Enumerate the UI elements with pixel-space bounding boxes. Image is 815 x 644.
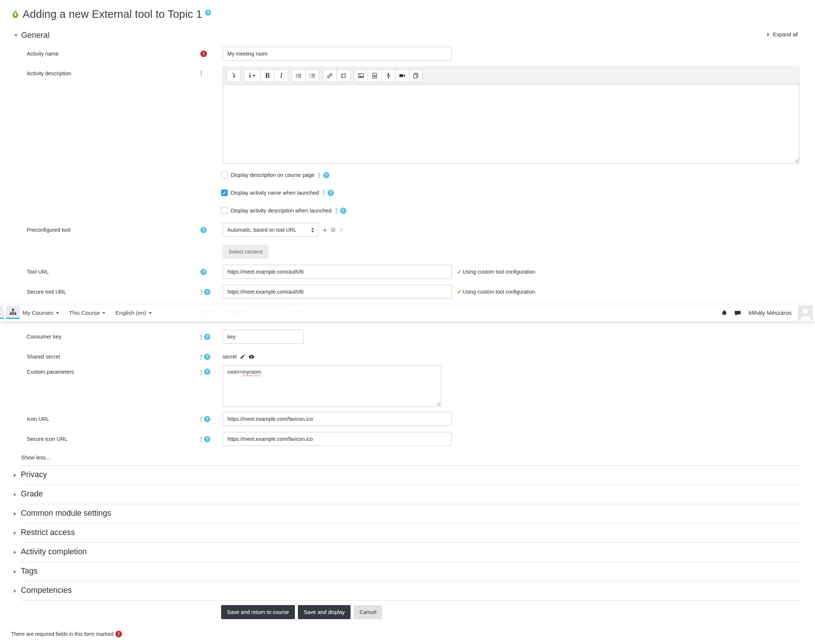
edit-pencil-icon[interactable] (240, 354, 245, 360)
chevron-right-icon (14, 474, 16, 477)
help-icon[interactable] (328, 190, 334, 196)
chevron-right-icon (14, 550, 16, 554)
insert-image-icon[interactable] (354, 69, 368, 82)
expand-all-link[interactable]: Expand all (767, 32, 798, 37)
save-and-return-button[interactable]: Save and return to course (221, 605, 295, 619)
messages-icon[interactable] (734, 310, 741, 317)
form-actions: Save and return to course Save and displ… (221, 605, 815, 619)
edit-tool-gear-icon[interactable] (330, 227, 336, 233)
section-restrict-access[interactable]: Restrict access (21, 523, 800, 543)
chevron-right-icon (14, 570, 16, 573)
nav-this-course[interactable]: This Course (69, 310, 106, 316)
activity-description-label: Activity description (27, 67, 200, 77)
section-grade[interactable]: Grade (21, 485, 800, 504)
show-less-link[interactable]: Show less... (21, 455, 50, 460)
display-activity-description-checkbox[interactable] (221, 207, 228, 214)
icon-url-row: Icon URL (0, 412, 815, 426)
select-content-button[interactable]: Select content (223, 245, 269, 259)
advanced-mark-icon (323, 190, 324, 196)
consumer-key-input[interactable] (223, 330, 304, 344)
chevron-down-icon (56, 312, 59, 314)
secure-icon-url-label: Secure icon URL (27, 432, 200, 446)
activity-name-input[interactable] (223, 47, 452, 61)
page-help-icon[interactable] (205, 10, 211, 15)
required-icon (200, 51, 207, 57)
paragraph-style-icon[interactable] (244, 69, 261, 82)
display-activity-name-checkbox[interactable] (221, 189, 228, 196)
display-description-row: Display description on course page (221, 169, 815, 181)
activity-name-label: Activity name (27, 47, 200, 61)
tool-url-label: Tool URL (27, 265, 200, 279)
add-tool-icon[interactable] (323, 227, 327, 233)
description-editor-textarea[interactable] (223, 84, 800, 164)
user-name[interactable]: Mihály Mészáros (749, 310, 792, 316)
nav-language[interactable]: English (en) (115, 310, 152, 316)
section-general-header[interactable]: General (14, 31, 815, 40)
save-and-display-button[interactable]: Save and display (298, 605, 351, 619)
sitemap-tab[interactable] (6, 306, 20, 319)
top-navbar: My Courses This Course English (en) Mihá… (0, 305, 815, 321)
section-activity-completion[interactable]: Activity completion (21, 543, 800, 562)
help-icon[interactable] (204, 334, 210, 340)
collapse-toolbar-icon[interactable] (226, 69, 240, 82)
tool-url-row: Tool URL Using custom tool configuration… (0, 265, 815, 279)
nav-tab-stub[interactable] (0, 306, 4, 319)
help-icon[interactable] (200, 269, 207, 275)
help-icon[interactable] (200, 227, 207, 233)
insert-media-icon[interactable] (368, 69, 382, 82)
help-icon[interactable] (204, 354, 210, 360)
help-icon[interactable] (204, 289, 210, 295)
section-competencies[interactable]: Competencies (21, 581, 800, 601)
avatar[interactable] (798, 305, 813, 320)
nav-my-courses[interactable]: My Courses (23, 310, 59, 316)
record-audio-icon[interactable] (381, 69, 395, 82)
advanced-mark-icon (200, 70, 202, 76)
preconfigured-tool-label: Preconfigured tool (27, 223, 200, 237)
help-icon[interactable] (204, 436, 210, 442)
help-icon[interactable] (204, 416, 210, 422)
section-privacy[interactable]: Privacy (21, 466, 800, 485)
bold-icon[interactable] (260, 69, 275, 82)
section-general-title: General (21, 31, 50, 40)
show-less-row: Show less... (21, 454, 800, 466)
secure-icon-url-input[interactable] (223, 432, 452, 446)
record-video-icon[interactable] (395, 69, 409, 82)
resize-handle[interactable] (436, 402, 440, 406)
section-common-module-settings[interactable]: Common module settings (21, 504, 800, 523)
italic-icon[interactable] (274, 69, 288, 82)
numbered-list-icon[interactable] (305, 69, 319, 82)
display-description-checkbox[interactable] (221, 172, 228, 178)
help-icon[interactable] (204, 368, 210, 375)
preconfigured-tool-value: Automatic, based on tool URL (228, 227, 297, 233)
tool-url-input[interactable] (223, 265, 452, 279)
delete-tool-icon[interactable] (340, 227, 343, 233)
chevron-right-icon (14, 589, 16, 593)
checkbox-label: Display activity name when launched (231, 190, 319, 196)
secure-tool-url-status: Using custom tool configuration. (457, 285, 537, 299)
help-icon[interactable] (340, 208, 346, 214)
check-icon (457, 288, 462, 296)
preconfigured-tool-select[interactable]: Automatic, based on tool URL (223, 223, 318, 237)
unlink-icon[interactable] (337, 69, 351, 82)
link-icon[interactable] (323, 69, 337, 82)
bulleted-list-icon[interactable] (292, 69, 306, 82)
page-header: Adding a new External tool to Topic 1 (11, 8, 815, 20)
custom-parameters-textarea[interactable]: room=myroom (223, 365, 441, 407)
reveal-eye-icon[interactable] (248, 354, 255, 359)
section-tags[interactable]: Tags (21, 562, 800, 581)
sitemap-icon (9, 308, 17, 316)
advanced-mark-icon (200, 289, 202, 295)
expand-all-label: Expand all (773, 32, 798, 37)
preconfigured-tool-row: Preconfigured tool Automatic, based on t… (0, 223, 815, 237)
notifications-bell-icon[interactable] (721, 310, 728, 317)
editor-toolbar (223, 67, 800, 84)
resize-handle[interactable] (794, 158, 798, 163)
cancel-button[interactable]: Cancel (354, 605, 382, 619)
chevron-down-icon (14, 34, 18, 37)
help-icon[interactable] (323, 172, 329, 178)
icon-url-input[interactable] (223, 412, 452, 426)
secure-tool-url-input[interactable] (223, 285, 452, 299)
manage-files-icon[interactable] (409, 69, 423, 82)
advanced-mark-icon (335, 208, 337, 213)
display-activity-name-row: Display activity name when launched (221, 187, 815, 198)
